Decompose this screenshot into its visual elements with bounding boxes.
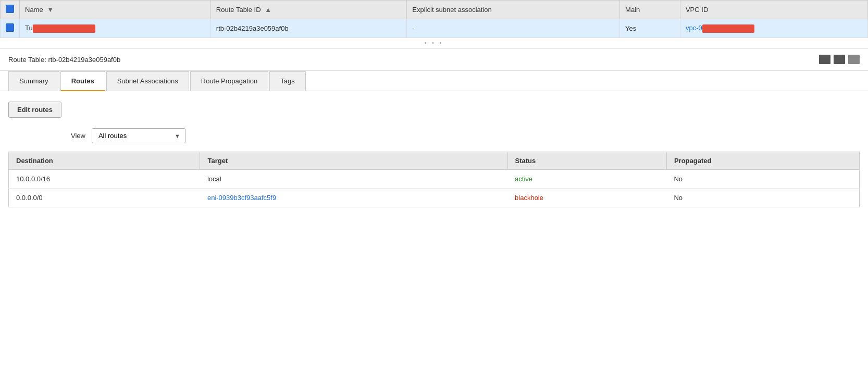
route-target-1: local xyxy=(200,170,507,189)
route-tables-list: Name ▼ Route Table ID ▲ Explicit subnet … xyxy=(0,0,868,38)
routes-col-status: Status xyxy=(507,152,666,170)
tab-routes[interactable]: Routes xyxy=(60,71,105,91)
panel-icon-expand[interactable] xyxy=(819,55,830,64)
route-table-label: Route Table: rtb-02b4219a3e059af0b xyxy=(8,56,120,64)
tab-subnet-associations-label: Subnet Associations xyxy=(117,77,178,85)
tab-summary[interactable]: Summary xyxy=(8,71,59,91)
vpc-id-link[interactable]: vpc-0 xyxy=(686,24,754,32)
tab-routes-label: Routes xyxy=(71,77,94,85)
edit-routes-button[interactable]: Edit routes xyxy=(8,102,61,118)
routes-table: Destination Target Status Propagated 10.… xyxy=(8,152,860,207)
column-header-name[interactable]: Name ▼ xyxy=(20,1,211,19)
column-header-route-table-id[interactable]: Route Table ID ▲ xyxy=(210,1,406,19)
panel-icon-group xyxy=(819,55,860,64)
routes-col-target: Target xyxy=(200,152,507,170)
edit-routes-label: Edit routes xyxy=(17,106,53,114)
tab-route-propagation-label: Route Propagation xyxy=(201,77,257,85)
route-target-2: eni-0939b3cf93aafc5f9 xyxy=(200,189,507,207)
route-row-1: 10.0.0.0/16 local active No xyxy=(9,170,860,189)
route-status-1: active xyxy=(507,170,666,189)
column-header-vpc-id: VPC ID xyxy=(680,1,867,19)
view-label: View xyxy=(71,132,85,140)
sort-arrow-rtid: ▲ xyxy=(265,6,271,14)
route-row-2: 0.0.0.0/0 eni-0939b3cf93aafc5f9 blackhol… xyxy=(9,189,860,207)
tab-tags[interactable]: Tags xyxy=(269,71,305,91)
redacted-name xyxy=(33,24,95,33)
view-select[interactable]: All routes Active routes xyxy=(92,128,185,143)
route-propagated-1: No xyxy=(666,170,859,189)
row-explicit-subnet: - xyxy=(407,19,620,38)
resize-handle[interactable]: • • • xyxy=(0,38,868,48)
route-destination-1: 10.0.0.0/16 xyxy=(9,170,200,189)
status-blackhole-badge: blackhole xyxy=(515,194,543,202)
row-route-table-id: rtb-02b4219a3e059af0b xyxy=(210,19,406,38)
row-main: Yes xyxy=(620,19,680,38)
row-name-cell: Tu xyxy=(20,19,211,38)
sort-arrow-name: ▼ xyxy=(47,6,54,14)
select-all-checkbox[interactable] xyxy=(6,5,14,13)
route-propagated-2: No xyxy=(666,189,859,207)
route-status-2: blackhole xyxy=(507,189,666,207)
select-all-header[interactable] xyxy=(1,1,20,19)
column-header-main: Main xyxy=(620,1,680,19)
column-header-explicit-subnet: Explicit subnet association xyxy=(407,1,620,19)
route-table-id-value: rtb-02b4219a3e059af0b xyxy=(48,56,120,64)
routes-col-propagated: Propagated xyxy=(666,152,859,170)
detail-panel-header: Route Table: rtb-02b4219a3e059af0b xyxy=(0,48,868,71)
row-checkbox-cell[interactable] xyxy=(1,19,20,38)
routes-col-destination: Destination xyxy=(9,152,200,170)
tab-summary-label: Summary xyxy=(19,77,48,85)
tabs-container: Summary Routes Subnet Associations Route… xyxy=(0,71,868,91)
detail-panel: Route Table: rtb-02b4219a3e059af0b Summa… xyxy=(0,48,868,218)
panel-icon-detach[interactable] xyxy=(848,55,860,64)
view-row: View All routes Active routes xyxy=(71,128,860,143)
route-target-link[interactable]: eni-0939b3cf93aafc5f9 xyxy=(207,194,276,202)
table-row[interactable]: Tu rtb-02b4219a3e059af0b - Yes vpc-0 xyxy=(1,19,868,38)
tab-subnet-associations[interactable]: Subnet Associations xyxy=(106,71,189,91)
status-active-badge: active xyxy=(515,175,532,183)
route-table-label-text: Route Table: rtb-02b4219a3e059af0b xyxy=(8,56,120,64)
row-checkbox[interactable] xyxy=(6,23,14,32)
tab-tags-label: Tags xyxy=(280,77,294,85)
redacted-vpc xyxy=(702,24,754,33)
view-select-wrapper[interactable]: All routes Active routes xyxy=(92,128,185,143)
routes-content: Edit routes View All routes Active route… xyxy=(0,91,868,218)
route-table-prefix: Route Table: xyxy=(8,56,46,64)
route-destination-2: 0.0.0.0/0 xyxy=(9,189,200,207)
panel-icon-collapse[interactable] xyxy=(834,55,845,64)
row-vpc-id: vpc-0 xyxy=(680,19,867,38)
tab-route-propagation[interactable]: Route Propagation xyxy=(190,71,268,91)
